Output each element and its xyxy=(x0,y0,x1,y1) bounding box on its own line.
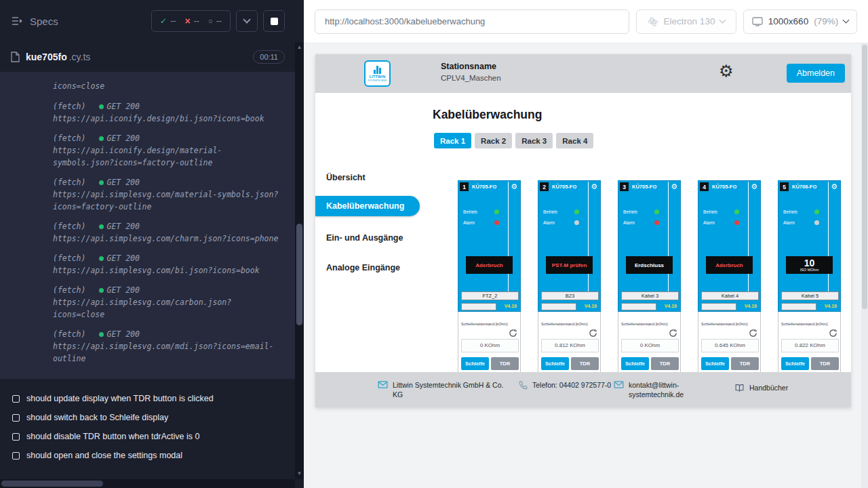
status-display: Aderbruch xyxy=(466,256,513,274)
nav-ein-und-ausgaenge[interactable]: Ein- und Ausgänge xyxy=(315,231,403,245)
card-gear-icon[interactable]: ⚙ xyxy=(591,182,597,191)
browser-select[interactable]: Electron 130 xyxy=(636,9,736,34)
fetch-label: (fetch) xyxy=(53,328,85,340)
refresh-icon[interactable] xyxy=(829,328,837,337)
logout-button[interactable]: Abmelden xyxy=(787,64,845,83)
failed-count: -- xyxy=(194,16,199,26)
schleife-button[interactable]: Schleife xyxy=(781,357,809,370)
card-gear-icon[interactable]: ⚙ xyxy=(671,182,677,191)
alarm-led xyxy=(494,220,499,225)
horizontal-scrollbar[interactable] xyxy=(0,479,295,488)
loop-resistance-label: Schleifenwiderstand [kOhm] xyxy=(541,322,587,326)
scroll-up-icon[interactable]: ▲ xyxy=(295,44,304,51)
page-scrollbar[interactable] xyxy=(861,43,868,488)
address-input[interactable] xyxy=(315,9,629,34)
page-title: Kabelüberwachung xyxy=(433,108,542,122)
log-continuation: icons=close xyxy=(53,80,283,92)
test-item[interactable]: should open and close the settings modal xyxy=(12,451,290,460)
aux-field xyxy=(781,303,816,310)
test-item[interactable]: should switch back to Schleife display xyxy=(12,413,290,422)
betrieb-led xyxy=(574,209,579,214)
schleife-button[interactable]: Schleife xyxy=(621,357,649,370)
aux-field xyxy=(461,303,496,310)
loop-resistance-label: Schleifenwiderstand [kOhm] xyxy=(621,322,667,326)
success-dot-icon xyxy=(99,136,104,141)
card-gear-icon[interactable]: ⚙ xyxy=(511,182,517,191)
nav-kabelueberwachung[interactable]: Kabelüberwachung xyxy=(315,196,420,216)
alarm-led xyxy=(734,220,739,225)
spec-name[interactable]: kue705fo xyxy=(26,52,67,62)
test-item[interactable]: should update display when TDR button is… xyxy=(12,394,290,403)
tab-rack-4[interactable]: Rack 4 xyxy=(556,133,593,148)
http-status: GET 200 xyxy=(106,132,139,144)
spec-header: kue705fo .cy.ts 00:11 xyxy=(0,42,304,72)
device-card-3: 3KÜ705-FO ⚙ Betrieb Alarm Erdschluss Kab… xyxy=(618,180,681,377)
footer-email[interactable]: kontakt@littwin-systemtechnik.de xyxy=(614,380,690,399)
tab-rack-2[interactable]: Rack 2 xyxy=(475,133,512,148)
nav-analoge-eingaenge[interactable]: Analoge Eingänge xyxy=(315,261,400,274)
tab-rack-3[interactable]: Rack 3 xyxy=(515,133,553,148)
pending-count: -- xyxy=(216,16,222,26)
specs-menu-icon xyxy=(11,16,23,26)
email-text: kontakt@littwin-systemtechnik.de xyxy=(629,380,690,399)
cable-name-field[interactable]: B23 xyxy=(541,291,599,300)
stat-failed[interactable]: ×-- xyxy=(185,16,200,26)
nav-uebersicht[interactable]: Übersicht xyxy=(315,171,366,184)
success-dot-icon xyxy=(99,288,104,293)
log-entry[interactable]: (fetch)GET 200 https://api.simplesvg.com… xyxy=(53,252,283,277)
scrollbar-thumb[interactable] xyxy=(1,481,103,487)
viewport-select[interactable]: 1000x660 (79%) xyxy=(743,9,857,34)
collapse-button[interactable] xyxy=(236,10,258,32)
card-gear-icon[interactable]: ⚙ xyxy=(751,182,757,191)
tdr-button[interactable]: TDR xyxy=(571,357,599,370)
stat-pending[interactable]: ○-- xyxy=(208,16,222,26)
mail-icon xyxy=(378,381,388,399)
specs-menu-button[interactable]: Specs xyxy=(11,16,58,27)
aux-field xyxy=(621,303,656,310)
vertical-scrollbar[interactable]: ▲ ▼ xyxy=(295,42,304,479)
tdr-button[interactable]: TDR xyxy=(731,357,759,370)
card-divider xyxy=(748,182,749,292)
cable-name-field[interactable]: Kabel 4 xyxy=(701,291,759,300)
refresh-icon[interactable] xyxy=(509,328,517,337)
spec-file-icon xyxy=(11,52,20,62)
log-entry[interactable]: (fetch)GET 200 https://api.simplesvg.com… xyxy=(53,328,283,365)
card-gear-icon[interactable]: ⚙ xyxy=(831,182,837,191)
tdr-button[interactable]: TDR xyxy=(491,357,519,370)
card-number-badge: 5 xyxy=(780,182,789,191)
schleife-button[interactable]: Schleife xyxy=(541,357,569,370)
cable-name-field[interactable]: Kabel 5 xyxy=(781,291,839,300)
alarm-led xyxy=(654,220,659,225)
measurement-value: 0 KOhm xyxy=(461,339,519,352)
phone-text: Telefon: 04402 972577-0 xyxy=(532,380,614,392)
refresh-icon[interactable] xyxy=(589,328,597,337)
footer-manuals-link[interactable]: Handbücher xyxy=(734,383,788,394)
cable-name-field[interactable]: FTZ_2 xyxy=(461,291,519,300)
log-entry[interactable]: (fetch)GET 200 https://api.iconify.desig… xyxy=(53,132,283,169)
schleife-button[interactable]: Schleife xyxy=(701,357,729,370)
scroll-down-icon[interactable]: ▼ xyxy=(295,470,304,477)
log-entry[interactable]: (fetch)GET 200 https://api.simplesvg.com… xyxy=(53,220,283,245)
stop-button[interactable] xyxy=(263,10,285,32)
mail-icon xyxy=(614,381,624,399)
log-entry[interactable]: (fetch)GET 200 https://api.simplesvg.com… xyxy=(53,176,283,213)
betrieb-label: Betrieb xyxy=(703,209,717,214)
log-entry[interactable]: (fetch)GET 200 https://api.iconify.desig… xyxy=(53,100,283,125)
log-entry[interactable]: (fetch)GET 200 https://api.simplesvg.com… xyxy=(53,284,283,321)
betrieb-label: Betrieb xyxy=(543,209,557,214)
refresh-icon[interactable] xyxy=(749,328,757,337)
settings-gear-icon[interactable]: ⚙ xyxy=(719,62,734,81)
schleife-button[interactable]: Schleife xyxy=(461,357,489,370)
tdr-button[interactable]: TDR xyxy=(651,357,679,370)
scrollbar-thumb[interactable] xyxy=(296,224,302,325)
scrollbar-thumb[interactable] xyxy=(862,45,867,309)
test-item[interactable]: should disable TDR button when tdrActive… xyxy=(12,432,290,441)
refresh-icon[interactable] xyxy=(669,328,677,337)
status-text: Erdschluss xyxy=(635,262,664,268)
tdr-button[interactable]: TDR xyxy=(811,357,839,370)
test-stats[interactable]: ✓-- ×-- ○-- xyxy=(151,10,231,32)
cable-name-field[interactable]: Kabel 3 xyxy=(621,291,679,300)
aux-field xyxy=(701,303,736,310)
tab-rack-1[interactable]: Rack 1 xyxy=(434,133,471,148)
stat-passed[interactable]: ✓-- xyxy=(160,16,176,26)
